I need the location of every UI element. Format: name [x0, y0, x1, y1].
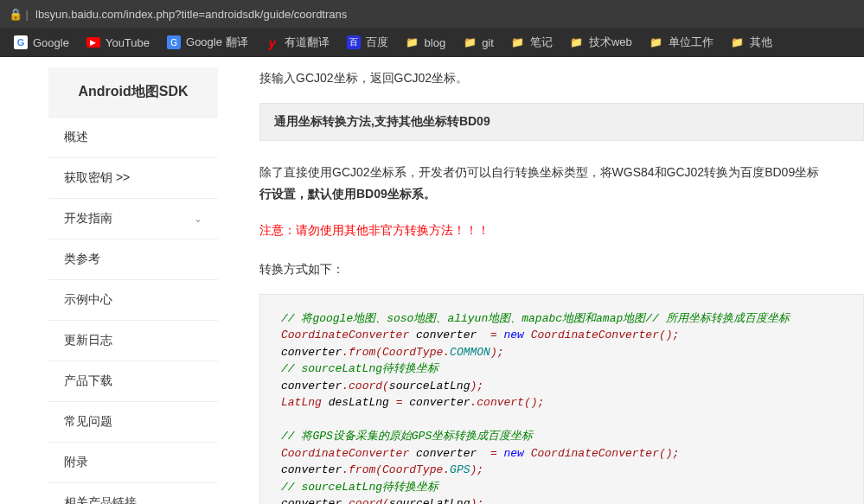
sidebar-item-classref[interactable]: 类参考 [48, 239, 218, 279]
sidebar-item-download[interactable]: 产品下载 [48, 360, 218, 401]
folder-icon: 📁 [731, 35, 745, 49]
code-punct: . [342, 497, 349, 504]
bookmark-folder-git[interactable]: 📁 git [456, 32, 501, 53]
code-id: converter [281, 497, 342, 504]
google-icon: G [14, 35, 28, 49]
code-type: CoordType [382, 463, 443, 476]
bookmark-label: 技术web [589, 35, 632, 50]
code-method: from [349, 463, 375, 476]
code-punct: ( [382, 380, 389, 392]
intro-tail: 接输入GCJ02坐标，返回GCJ02坐标。 [259, 67, 864, 89]
code-type: CoordinateConverter [531, 447, 659, 460]
main-content: 接输入GCJ02坐标，返回GCJ02坐标。 通用坐标转换方法,支持其他坐标转BD… [218, 57, 864, 504]
folder-icon: 📁 [650, 35, 663, 49]
sidebar-item-label: 类参考 [64, 252, 100, 267]
code-punct: (); [524, 396, 544, 409]
sidebar-item-label: 产品下载 [64, 373, 112, 389]
youtube-icon: ▶ [86, 37, 100, 48]
code-punct: . [443, 346, 450, 359]
code-keyword: new [504, 447, 524, 460]
code-comment: // sourceLatLng待转换坐标 [281, 481, 438, 494]
bookmark-bar: G Google ▶ YouTube G Google 翻译 y 有道翻译 百 … [0, 28, 864, 57]
url-bar[interactable]: 🔒 | lbsyun.baidu.com/index.php?title=and… [0, 0, 864, 28]
bookmark-label: 百度 [366, 35, 388, 50]
code-type: LatLng [281, 396, 322, 409]
bookmark-label: YouTube [106, 36, 150, 49]
code-punct: ( [382, 497, 389, 504]
bookmark-label: 有道翻译 [285, 35, 330, 50]
code-punct: . [342, 463, 349, 476]
code-method: from [349, 346, 375, 359]
code-punct: ( [375, 346, 382, 359]
code-id: converter [416, 447, 477, 460]
paragraph-howto: 转换方式如下： [259, 258, 864, 280]
code-enum: COMMON [450, 346, 490, 359]
code-comment: // 将google地图、soso地图、aliyun地图、mapabc地图和am… [281, 312, 790, 325]
sidebar: Android地图SDK 概述 获取密钥 >> 开发指南 ⌄ 类参考 示例中心 … [48, 67, 218, 504]
bookmark-folder-techweb[interactable]: 📁 技术web [563, 31, 639, 54]
bookmark-baidu[interactable]: 百 百度 [340, 31, 395, 54]
code-punct: (); [659, 329, 679, 341]
sidebar-item-faq[interactable]: 常见问题 [48, 401, 218, 442]
code-type: CoordType [382, 346, 443, 359]
code-keyword: new [504, 329, 524, 341]
bookmark-label: 单位工作 [669, 35, 714, 50]
bookmark-label: blog [425, 36, 446, 49]
folder-icon: 📁 [570, 35, 584, 49]
sidebar-item-label: 附录 [64, 455, 88, 470]
code-id: sourceLatLng [389, 380, 470, 392]
sidebar-item-label: 概述 [64, 130, 88, 145]
bookmark-youtube[interactable]: ▶ YouTube [80, 33, 157, 53]
url-text: lbsyun.baidu.com/index.php?title=android… [35, 8, 347, 21]
code-type: CoordinateConverter [281, 329, 409, 341]
bookmark-folder-blog[interactable]: 📁 blog [399, 32, 453, 53]
code-id: converter [281, 463, 342, 476]
sidebar-item-related[interactable]: 相关产品链接 ⌄ [48, 482, 218, 504]
code-block[interactable]: // 将google地图、soso地图、aliyun地图、mapabc地图和am… [259, 294, 864, 504]
sidebar-item-label: 获取密钥 >> [64, 170, 130, 186]
sidebar-item-label: 开发指南 [64, 211, 112, 226]
code-op: = [490, 329, 497, 341]
chevron-down-icon: ⌄ [194, 213, 202, 225]
code-punct: (); [659, 447, 679, 460]
code-type: CoordinateConverter [531, 329, 659, 341]
code-punct: . [443, 463, 450, 476]
bookmark-folder-work[interactable]: 📁 单位工作 [643, 31, 720, 54]
bookmark-google[interactable]: G Google [7, 32, 76, 53]
code-punct: . [342, 380, 349, 392]
code-method: coord [349, 497, 382, 504]
bookmark-youdao[interactable]: y 有道翻译 [259, 31, 336, 54]
warning-text: 注意：请勿使用其他非官方转换方法！！！ [259, 220, 864, 241]
code-enum: GPS [450, 463, 470, 476]
bookmark-google-translate[interactable]: G Google 翻译 [160, 31, 255, 54]
folder-icon: 📁 [406, 35, 419, 49]
sidebar-item-getkey[interactable]: 获取密钥 >> [48, 157, 218, 198]
sidebar-item-examples[interactable]: 示例中心 [48, 279, 218, 320]
code-comment: // 将GPS设备采集的原始GPS坐标转换成百度坐标 [281, 430, 533, 443]
sidebar-item-changelog[interactable]: 更新日志 [48, 320, 218, 360]
text-bold: 行设置，默认使用BD09坐标系。 [259, 187, 436, 201]
folder-icon: 📁 [463, 35, 477, 49]
code-id: converter [281, 380, 342, 392]
sidebar-item-label: 示例中心 [64, 292, 112, 308]
bookmark-label: git [482, 36, 494, 49]
sidebar-item-overview[interactable]: 概述 [48, 117, 218, 157]
code-op: = [490, 447, 497, 460]
code-punct: ( [375, 463, 382, 476]
chevron-down-icon: ⌄ [194, 497, 202, 504]
code-id: converter [281, 346, 342, 359]
sidebar-item-devguide[interactable]: 开发指南 ⌄ [48, 198, 218, 239]
code-punct: ); [470, 380, 483, 392]
code-punct: ); [470, 497, 483, 504]
page-body: Android地图SDK 概述 获取密钥 >> 开发指南 ⌄ 类参考 示例中心 … [0, 57, 864, 504]
sidebar-item-label: 相关产品链接 [64, 495, 137, 504]
bookmark-folder-notes[interactable]: 📁 笔记 [504, 31, 560, 54]
youdao-icon: y [266, 35, 279, 49]
lock-icon: 🔒 | [9, 8, 29, 21]
code-method: coord [349, 380, 382, 392]
bookmark-folder-other[interactable]: 📁 其他 [724, 31, 779, 54]
sidebar-item-appendix[interactable]: 附录 [48, 442, 218, 482]
bookmark-label: Google [33, 36, 69, 49]
code-comment: // sourceLatLng待转换坐标 [281, 362, 438, 375]
sidebar-item-label: 常见问题 [64, 414, 112, 430]
